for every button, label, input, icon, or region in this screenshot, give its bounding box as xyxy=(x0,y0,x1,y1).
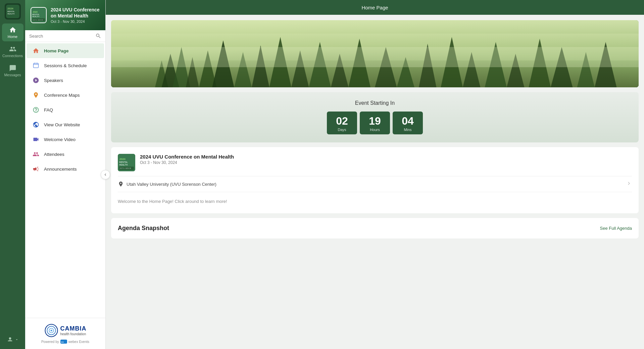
sidebar-nav: Home Page Sessions & Schedule Speakers C… xyxy=(25,42,105,318)
countdown-days-value: 02 xyxy=(336,116,348,126)
sidebar-item-attendees[interactable]: Attendees xyxy=(27,147,104,162)
sidebar-item-maps-label: Conference Maps xyxy=(44,93,80,98)
sidebar-item-speakers[interactable]: Speakers xyxy=(27,73,104,88)
location-arrow-icon xyxy=(626,180,632,188)
sidebar-collapse-button[interactable] xyxy=(101,170,110,179)
svg-text:OCT 3 - NOV 30: OCT 3 - NOV 30 xyxy=(33,19,43,21)
sidebar-item-home[interactable]: Home Page xyxy=(27,43,104,58)
sidebar-item-sessions[interactable]: Sessions & Schedule xyxy=(27,58,104,73)
user-section xyxy=(5,334,21,349)
countdown-mins-box: 04 Mins xyxy=(393,112,423,134)
sidebar-footer: CAMBIA health foundation Powered by wx w… xyxy=(25,318,105,349)
sidebar-conference-dates: Oct 3 - Nov 30, 2024 xyxy=(51,19,100,24)
nav-connections-label: Connections xyxy=(2,54,23,58)
event-logo: 2024 MENTAL HEALTH OCT 3 - NOV 30 xyxy=(118,154,135,171)
svg-text:2024: 2024 xyxy=(119,158,126,161)
agenda-header: Agenda Snapshot See Full Agenda xyxy=(118,225,632,232)
svg-text:HEALTH: HEALTH xyxy=(119,164,128,166)
location-pin-icon xyxy=(118,181,124,187)
powered-by-text: Powered by wx webex Events xyxy=(41,340,89,344)
agenda-title: Agenda Snapshot xyxy=(118,225,169,232)
chevron-left-icon xyxy=(103,172,108,177)
svg-text:MENTAL: MENTAL xyxy=(7,10,15,12)
banner-image xyxy=(111,20,639,87)
svg-text:wx: wx xyxy=(61,341,64,343)
top-bar-title: Home Page xyxy=(361,5,388,10)
svg-rect-46 xyxy=(111,47,639,67)
countdown-days-box: 02 Days xyxy=(327,112,357,134)
countdown-days-label: Days xyxy=(338,128,346,132)
countdown-hours-label: Hours xyxy=(370,128,380,132)
sidebar-item-faq-label: FAQ xyxy=(44,107,53,113)
event-header: 2024 MENTAL HEALTH OCT 3 - NOV 30 2024 U… xyxy=(118,154,632,171)
sidebar-item-video[interactable]: Welcome Video xyxy=(27,132,104,147)
sidebar-item-faq[interactable]: FAQ xyxy=(27,102,104,117)
event-info: 2024 UVU Conference on Mental Health Oct… xyxy=(140,154,234,165)
svg-text:2024: 2024 xyxy=(33,11,38,13)
countdown-card: Event Starting In 02 Days 19 Hours 04 Mi… xyxy=(111,92,639,142)
event-logo-image: 2024 MENTAL HEALTH OCT 3 - NOV 30 xyxy=(118,154,135,171)
app-logo: 2024 MENTAL HEALTH xyxy=(5,3,21,19)
content-area: Event Starting In 02 Days 19 Hours 04 Mi… xyxy=(106,15,644,349)
svg-text:HEALTH: HEALTH xyxy=(7,13,14,15)
svg-rect-11 xyxy=(34,63,39,68)
cambia-wordmark: CAMBIA xyxy=(60,325,87,332)
countdown-mins-value: 04 xyxy=(402,116,414,126)
event-welcome-text: Welcome to the Home Page! Click around t… xyxy=(118,196,632,207)
home-nav-icon xyxy=(32,47,40,55)
sidebar-item-attendees-label: Attendees xyxy=(44,152,64,157)
svg-text:HEALTH: HEALTH xyxy=(32,15,39,17)
nav-home-icon-item[interactable]: Home xyxy=(2,24,23,41)
faq-nav-icon xyxy=(32,106,40,114)
speakers-nav-icon xyxy=(32,76,40,84)
sidebar-title-block: 2024 UVU Conference on Mental Health Oct… xyxy=(51,7,100,24)
nav-connections-icon-item[interactable]: Connections xyxy=(2,43,23,60)
website-nav-icon xyxy=(32,121,40,129)
conference-logo-image: 2024 MENTAL HEALTH OCT 3 - NOV 30 xyxy=(31,8,46,23)
countdown-title: Event Starting In xyxy=(118,100,632,106)
chevron-down-icon xyxy=(15,338,19,342)
sidebar-header: 2024 MENTAL HEALTH OCT 3 - NOV 30 2024 U… xyxy=(25,0,105,30)
main-area: Home Page xyxy=(106,0,644,349)
svg-point-18 xyxy=(50,330,52,331)
user-avatar-icon xyxy=(7,336,13,343)
see-full-agenda-link[interactable]: See Full Agenda xyxy=(600,226,632,231)
attendees-nav-icon xyxy=(32,150,40,158)
svg-text:OCT 3 - NOV 30: OCT 3 - NOV 30 xyxy=(120,168,131,169)
user-menu-button[interactable] xyxy=(5,334,21,345)
sidebar-item-speakers-label: Speakers xyxy=(44,78,63,83)
top-bar: Home Page xyxy=(106,0,644,15)
svg-text:MENTAL: MENTAL xyxy=(119,161,128,163)
countdown-mins-label: Mins xyxy=(404,128,411,132)
agenda-card: Agenda Snapshot See Full Agenda xyxy=(111,218,639,238)
webex-logo-icon: wx xyxy=(60,340,67,344)
cambia-health-label: health foundation xyxy=(60,332,87,336)
nav-home-label: Home xyxy=(8,35,17,39)
sidebar-conference-title: 2024 UVU Conference on Mental Health xyxy=(51,7,100,19)
countdown-boxes: 02 Days 19 Hours 04 Mins xyxy=(118,112,632,134)
messages-icon xyxy=(9,64,16,72)
sidebar-item-home-label: Home Page xyxy=(44,48,69,53)
sidebar-item-sessions-label: Sessions & Schedule xyxy=(44,63,87,68)
home-icon xyxy=(9,26,16,34)
sidebar-item-maps[interactable]: Conference Maps xyxy=(27,88,104,102)
event-card: 2024 MENTAL HEALTH OCT 3 - NOV 30 2024 U… xyxy=(111,147,639,213)
connections-icon xyxy=(9,45,16,53)
search-input[interactable] xyxy=(29,34,93,39)
sidebar-item-website-label: View Our Website xyxy=(44,122,80,127)
announcements-nav-icon xyxy=(32,165,40,173)
sidebar: 2024 MENTAL HEALTH OCT 3 - NOV 30 2024 U… xyxy=(25,0,106,349)
search-icon xyxy=(95,33,101,39)
svg-text:2024: 2024 xyxy=(7,7,13,10)
sidebar-item-announcements[interactable]: Announcements xyxy=(27,162,104,176)
maps-nav-icon xyxy=(32,91,40,99)
banner-svg-trees xyxy=(111,20,639,87)
nav-messages-icon-item[interactable]: Messages xyxy=(2,62,23,80)
search-bar xyxy=(25,30,105,42)
event-name: 2024 UVU Conference on Mental Health xyxy=(140,154,234,160)
sidebar-item-website[interactable]: View Our Website xyxy=(27,117,104,132)
countdown-hours-box: 19 Hours xyxy=(360,112,390,134)
icon-nav: 2024 MENTAL HEALTH Home Connections Mess… xyxy=(0,0,25,349)
event-location-row[interactable]: Utah Valley University (UVU Sorenson Cen… xyxy=(118,176,632,192)
countdown-hours-value: 19 xyxy=(369,116,381,126)
